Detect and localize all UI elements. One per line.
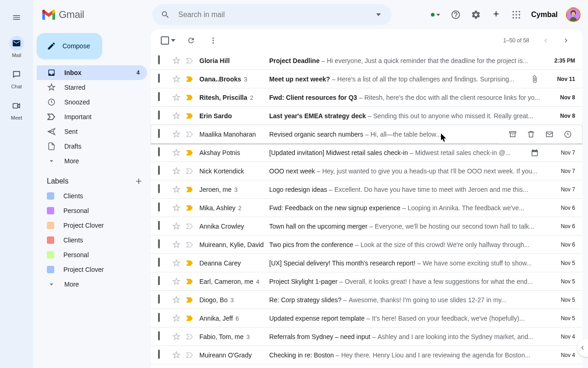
- row-checkbox[interactable]: [158, 259, 167, 268]
- email-row[interactable]: Earl, Cameron, me 4 Project Skylight 1-p…: [151, 272, 582, 291]
- gemini-button[interactable]: [487, 6, 505, 24]
- important-marker[interactable]: [186, 224, 194, 229]
- important-marker[interactable]: [186, 205, 194, 211]
- add-label-button[interactable]: [134, 177, 143, 186]
- star-button[interactable]: [172, 314, 181, 322]
- row-checkbox[interactable]: [158, 240, 167, 249]
- nav-item-drafts[interactable]: Drafts: [37, 139, 147, 154]
- row-checkbox[interactable]: [158, 75, 167, 84]
- support-button[interactable]: [447, 6, 465, 24]
- star-button[interactable]: [172, 149, 181, 157]
- label-item[interactable]: Clients: [37, 233, 147, 247]
- star-button[interactable]: [172, 204, 181, 212]
- row-checkbox[interactable]: [158, 167, 167, 176]
- important-marker[interactable]: [186, 260, 194, 266]
- email-row[interactable]: Gloria Hill Project Deadline – Hi everyo…: [151, 52, 582, 70]
- important-marker[interactable]: [186, 168, 194, 174]
- email-row[interactable]: Fabio, Tom, me 3 Referrals from Sydney –…: [151, 328, 582, 346]
- nav-item-snoozed[interactable]: Snoozed: [37, 95, 147, 109]
- email-row[interactable]: Annika Crowley Town hall on the upcoming…: [151, 217, 582, 236]
- row-checkbox[interactable]: [158, 148, 167, 157]
- important-marker[interactable]: [186, 316, 194, 321]
- star-button[interactable]: [172, 296, 181, 304]
- important-marker[interactable]: [186, 150, 194, 155]
- status-indicator[interactable]: [426, 13, 445, 17]
- email-row[interactable]: Ritesh, Priscilla 2 Fwd: Client resource…: [151, 88, 582, 107]
- star-button[interactable]: [172, 351, 181, 359]
- important-marker[interactable]: [186, 334, 194, 339]
- rail-item-meet[interactable]: Meet: [4, 98, 29, 121]
- email-row[interactable]: Mika, Ashley 2 Fwd: Feedback on the new …: [151, 199, 582, 217]
- label-item[interactable]: Personal: [37, 247, 147, 262]
- important-marker[interactable]: [186, 113, 194, 119]
- row-checkbox[interactable]: [158, 111, 167, 121]
- more-actions-button[interactable]: [204, 31, 222, 50]
- star-button[interactable]: [172, 130, 181, 138]
- email-row[interactable]: Nick Kortendick OOO next week – Hey, jus…: [151, 162, 582, 180]
- email-row[interactable]: Muireann O'Grady Checking in re: Boston …: [151, 346, 582, 364]
- labels-more-button[interactable]: More: [37, 277, 147, 292]
- important-marker[interactable]: [186, 187, 194, 192]
- email-row[interactable]: Akshay Potnis [Updated invitation] Midwe…: [151, 144, 582, 162]
- star-button[interactable]: [172, 75, 181, 83]
- row-checkbox[interactable]: [158, 203, 167, 213]
- important-marker[interactable]: [186, 58, 194, 63]
- row-checkbox[interactable]: [158, 295, 167, 305]
- email-row[interactable]: Diogo, Bo 3 Re: Corp strategy slides? – …: [151, 291, 582, 309]
- email-row[interactable]: Jeroen, me 3 Logo redesign ideas – Excel…: [151, 180, 582, 199]
- star-button[interactable]: [172, 277, 181, 286]
- row-checkbox[interactable]: [158, 351, 167, 360]
- row-checkbox[interactable]: [158, 130, 167, 139]
- row-checkbox[interactable]: [158, 277, 167, 286]
- important-marker[interactable]: [186, 352, 194, 358]
- row-checkbox[interactable]: [158, 222, 167, 231]
- important-marker[interactable]: [186, 242, 194, 247]
- account-avatar[interactable]: [566, 7, 581, 22]
- important-marker[interactable]: [186, 297, 194, 303]
- select-all-checkbox[interactable]: [158, 36, 178, 45]
- star-button[interactable]: [172, 167, 181, 175]
- search-button[interactable]: [156, 6, 175, 24]
- row-checkbox[interactable]: [158, 56, 167, 65]
- email-row[interactable]: Muireann, Kylie, David Two pics from the…: [151, 236, 582, 254]
- archive-button[interactable]: [503, 125, 522, 144]
- star-button[interactable]: [172, 222, 181, 230]
- nav-item-inbox[interactable]: Inbox4: [37, 65, 147, 80]
- next-page-button[interactable]: [557, 31, 575, 50]
- star-button[interactable]: [172, 241, 181, 249]
- star-button[interactable]: [172, 93, 181, 102]
- star-button[interactable]: [172, 112, 181, 120]
- important-marker[interactable]: [186, 76, 194, 82]
- apps-button[interactable]: [507, 6, 526, 24]
- label-item[interactable]: Project Clover: [37, 218, 147, 233]
- search-bar[interactable]: [153, 4, 391, 25]
- star-button[interactable]: [172, 259, 181, 267]
- label-item[interactable]: Personal: [37, 203, 147, 218]
- email-row[interactable]: Annika, Jeff 6 Updated expense report te…: [151, 309, 582, 328]
- important-marker[interactable]: [186, 279, 194, 284]
- main-menu-button[interactable]: [7, 8, 26, 27]
- rail-item-chat[interactable]: Chat: [4, 67, 29, 89]
- row-checkbox[interactable]: [158, 185, 167, 194]
- gmail-logo[interactable]: Gmail: [42, 9, 84, 21]
- star-button[interactable]: [172, 57, 181, 65]
- search-options-button[interactable]: [369, 6, 388, 24]
- row-checkbox[interactable]: [158, 332, 167, 341]
- search-input[interactable]: [175, 11, 369, 19]
- email-row[interactable]: Maalika Manoharan Revised organic search…: [151, 125, 582, 144]
- important-marker[interactable]: [186, 95, 194, 100]
- nav-item-sent[interactable]: Sent: [37, 124, 147, 139]
- label-item[interactable]: Clients: [37, 189, 147, 203]
- compose-button[interactable]: Compose: [37, 33, 102, 59]
- label-item[interactable]: Project Clover: [37, 262, 147, 277]
- email-row[interactable]: Deanna Carey [UX] Special delivery! This…: [151, 254, 582, 272]
- star-button[interactable]: [172, 185, 181, 194]
- settings-button[interactable]: [467, 6, 485, 24]
- nav-item-important[interactable]: Important: [37, 109, 147, 124]
- email-row[interactable]: Erin Sardo Last year's EMEA strategy dec…: [151, 107, 582, 125]
- star-button[interactable]: [172, 333, 181, 341]
- delete-button[interactable]: [522, 125, 540, 144]
- rail-item-mail[interactable]: Mail: [4, 36, 29, 58]
- prev-page-button[interactable]: [537, 31, 555, 50]
- snooze-button[interactable]: [559, 125, 577, 144]
